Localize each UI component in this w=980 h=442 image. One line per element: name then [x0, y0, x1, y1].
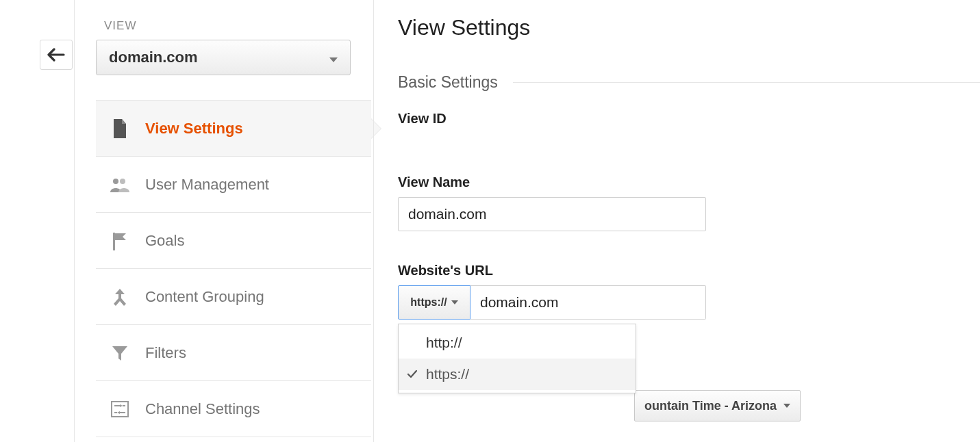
- sidebar-item-filters[interactable]: Filters: [96, 325, 371, 381]
- main-panel: View Settings Basic Settings View ID Vie…: [373, 0, 980, 320]
- protocol-option-label: http://: [426, 335, 462, 351]
- caret-down-icon: [329, 49, 338, 66]
- protocol-dropdown[interactable]: https://: [398, 285, 470, 320]
- sidebar-item-label: Goals: [145, 232, 184, 250]
- section-header: Basic Settings: [398, 73, 980, 92]
- sidebar-menu: View Settings User Management Goals Cont…: [96, 100, 371, 437]
- sidebar: VIEW domain.com View Settings User Manag…: [96, 0, 370, 437]
- timezone-value: ountain Time - Arizona: [644, 399, 777, 413]
- sidebar-item-label: Channel Settings: [145, 400, 260, 418]
- protocol-option-http[interactable]: http://: [399, 327, 636, 359]
- merge-icon: [110, 287, 130, 307]
- flag-icon: [110, 231, 130, 250]
- protocol-selected-value: https://: [410, 296, 447, 309]
- website-url-input[interactable]: [470, 285, 706, 320]
- protocol-option-label: https://: [426, 366, 469, 382]
- view-name-input[interactable]: [398, 197, 706, 231]
- sidebar-item-view-settings[interactable]: View Settings: [96, 101, 371, 157]
- view-selector-value: domain.com: [109, 49, 198, 66]
- caret-down-icon: [451, 300, 458, 304]
- website-url-label: Website's URL: [398, 263, 980, 278]
- view-selector-dropdown[interactable]: domain.com: [96, 40, 351, 75]
- view-id-label: View ID: [398, 111, 980, 127]
- protocol-option-https[interactable]: https://: [399, 359, 636, 390]
- check-icon: [407, 366, 418, 382]
- caret-down-icon: [783, 404, 790, 408]
- view-name-label: View Name: [398, 174, 980, 190]
- section-title: Basic Settings: [398, 73, 498, 92]
- svg-rect-2: [113, 233, 115, 250]
- timezone-dropdown[interactable]: ountain Time - Arizona: [634, 390, 801, 421]
- sidebar-item-label: Content Grouping: [145, 288, 264, 306]
- channels-icon: [110, 400, 130, 418]
- users-icon: [110, 177, 130, 192]
- sidebar-item-channel-settings[interactable]: Channel Settings: [96, 381, 371, 437]
- protocol-dropdown-menu: http:// https://: [398, 324, 636, 393]
- sidebar-item-label: Filters: [145, 344, 186, 362]
- svg-point-0: [113, 179, 118, 184]
- sidebar-item-user-management[interactable]: User Management: [96, 157, 371, 213]
- document-icon: [110, 119, 130, 138]
- page-title: View Settings: [398, 15, 980, 40]
- svg-point-1: [120, 179, 125, 184]
- sidebar-item-goals[interactable]: Goals: [96, 213, 371, 269]
- svg-rect-3: [112, 402, 128, 417]
- sidebar-item-label: User Management: [145, 176, 269, 194]
- view-label: VIEW: [104, 19, 370, 33]
- sidebar-item-content-grouping[interactable]: Content Grouping: [96, 269, 371, 325]
- back-arrow-icon: [47, 48, 65, 62]
- section-divider: [513, 82, 980, 83]
- funnel-icon: [110, 344, 130, 362]
- back-button[interactable]: [40, 40, 73, 70]
- sidebar-item-label: View Settings: [145, 120, 243, 138]
